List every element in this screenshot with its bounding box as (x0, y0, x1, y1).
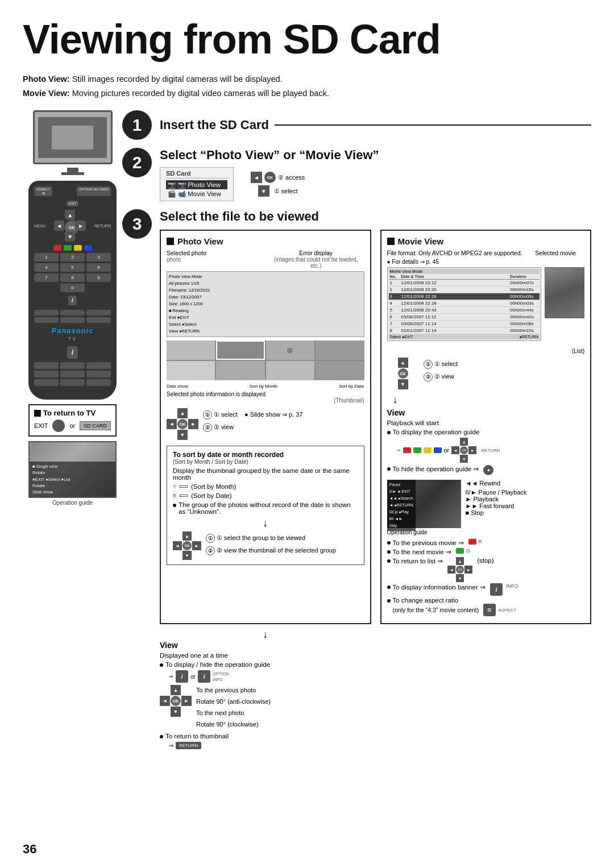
thumbnail-grid: ⊗ (167, 340, 364, 380)
movie-row-8[interactable]: 802/01/2007 11:1400h00m15s (389, 327, 540, 334)
thumb-3-error[interactable]: ⊗ (266, 340, 314, 360)
extra-num-9[interactable] (86, 379, 111, 386)
extra-num-3[interactable] (86, 362, 111, 369)
ok-small-button[interactable]: OK (264, 172, 276, 183)
thumb-2-selected[interactable] (216, 340, 264, 360)
sort-ok[interactable]: OK (182, 541, 192, 550)
num-1[interactable]: 1 (34, 253, 59, 261)
extra-num-6[interactable] (86, 371, 111, 377)
movie-view-menu-item[interactable]: 🎬 📹 Movie View (166, 189, 227, 198)
aspect-button[interactable]: ASPECT⊞ (34, 186, 52, 196)
exit-button[interactable]: EXIT (67, 201, 78, 206)
movie-row-6[interactable]: 603/08/2007 11:1100h00m42s (389, 314, 540, 321)
step2-title-area: Select “Photo View” or “Movie View” (160, 148, 591, 163)
return-button[interactable]: RETURN (176, 742, 201, 749)
info-icon[interactable]: i (490, 583, 503, 596)
num-4[interactable]: 4 (34, 263, 59, 272)
yellow-button[interactable] (74, 245, 82, 251)
num-8[interactable]: 8 (60, 273, 85, 282)
extra-btn-6[interactable] (86, 317, 111, 323)
extra-num-4[interactable] (34, 371, 59, 377)
red-button[interactable] (53, 245, 61, 251)
extra-num-2[interactable] (60, 362, 85, 369)
thumb-7[interactable] (266, 361, 314, 380)
extra-num-1[interactable] (34, 362, 59, 369)
movie-row-5[interactable]: 512/01/2008 22:4300h00m44s (389, 307, 540, 314)
info-btn-large[interactable]: i (67, 346, 78, 359)
dpad-up-button[interactable]: ▲ (65, 210, 75, 220)
thumb-5[interactable] (167, 361, 215, 380)
dpad-left-small[interactable]: ◄ (251, 172, 262, 183)
photo-single-desc: Displayed one at a time (160, 652, 371, 659)
hide-guide-btn[interactable]: ● (483, 465, 493, 475)
thumb-6[interactable] (216, 361, 264, 380)
thumb-8[interactable] (316, 361, 364, 380)
movie-row-1[interactable]: 112/01/2008 22:1200h00m07s (389, 280, 540, 286)
sort-dpad-left[interactable]: ◄ (173, 541, 182, 550)
dpad-down-button[interactable]: ▼ (65, 231, 75, 242)
extra-num-8[interactable] (60, 379, 85, 386)
sort-dpad-right[interactable]: ► (192, 541, 201, 550)
dpad-left-button[interactable]: ◄ (54, 221, 64, 231)
photo-dpad-up[interactable]: ▲ (177, 408, 188, 418)
photo-dpad-right[interactable]: ► (188, 419, 198, 429)
option-btn-single[interactable]: i (198, 670, 210, 683)
extra-btn-2[interactable] (60, 310, 85, 315)
num-5[interactable]: 5 (60, 263, 85, 272)
single-dpad-up[interactable]: ▲ (171, 685, 181, 695)
extra-btn-1[interactable] (34, 310, 59, 315)
info-labels: OPTION INFO (213, 671, 229, 682)
sort-dpad-down[interactable]: ▼ (182, 551, 192, 560)
exit-label: EXIT (34, 422, 48, 429)
stop-row: ■ Stop (466, 509, 527, 516)
num-7[interactable]: 7 (34, 273, 59, 282)
num-6[interactable]: 6 (86, 263, 111, 272)
guide-red-btn (403, 447, 411, 453)
thumb-4[interactable] (316, 340, 364, 360)
single-dpad-left[interactable]: ◄ (160, 696, 170, 706)
extra-btn-4[interactable] (34, 317, 59, 323)
info-btn-single[interactable]: i (176, 670, 188, 683)
thumb-1[interactable] (167, 340, 215, 360)
extra-num-5[interactable] (60, 371, 85, 377)
movie-row-3-selected[interactable]: 312/01/2008 22:2600h00m08s (389, 293, 540, 300)
single-ok[interactable]: OK (171, 696, 181, 706)
photo-dpad-left[interactable]: ◄ (167, 419, 177, 429)
single-dpad-down[interactable]: ▼ (171, 707, 181, 717)
option-button[interactable]: OPTION SD CARD (77, 186, 111, 196)
extra-btn-5[interactable] (60, 317, 85, 323)
single-dpad-right[interactable]: ► (181, 696, 192, 706)
sort-dpad-up[interactable]: ▲ (182, 531, 192, 541)
photo-view-menu-item[interactable]: 📷 📷 Photo View (166, 180, 227, 189)
extra-num-7[interactable] (34, 379, 59, 386)
num-2[interactable]: 2 (60, 253, 85, 261)
movie-row-7[interactable]: 703/08/2007 11:1400h00m08s (389, 321, 540, 327)
num-0[interactable]: 0 (60, 284, 85, 292)
info-button[interactable]: i (68, 296, 77, 305)
blue-button[interactable] (84, 245, 92, 251)
page-number: 36 (23, 842, 36, 857)
num-9[interactable]: 9 (86, 273, 111, 282)
dpad-right-button[interactable]: ► (76, 221, 86, 231)
dpad-down-small[interactable]: ▼ (258, 185, 269, 197)
step1-title: Insert the SD Card (160, 118, 269, 132)
num-3[interactable]: 3 (86, 253, 111, 261)
green-button[interactable] (64, 245, 72, 251)
sd-card-label[interactable]: SD CARD (80, 421, 111, 430)
movie-dpad-down[interactable]: ▼ (398, 379, 408, 389)
movie-dpad-up[interactable]: ▲ (398, 358, 408, 368)
exit-circle-button[interactable] (52, 420, 65, 432)
movie-row-2[interactable]: 212/01/2008 22:2000h00m15s (389, 286, 540, 293)
aspect-icon[interactable]: ⊞ (483, 604, 496, 616)
movie-row-4[interactable]: 412/01/2008 22:2800h00m03s (389, 300, 540, 307)
movie-ok[interactable]: OK (398, 368, 408, 379)
guide-up: ▲ (460, 438, 468, 446)
photo-ok[interactable]: OK (177, 419, 188, 429)
extra-btn-3[interactable] (86, 310, 111, 315)
movie-view-label: Movie View (398, 236, 444, 246)
photo-dpad-down[interactable]: ▼ (177, 430, 188, 440)
movie-view-intro-label: Movie View: (23, 89, 70, 98)
movie-list-header: No. Date & Time Duration (389, 274, 540, 280)
remote-control: ASPECT⊞ OPTION SD CARD EXIT MENU ▲ (28, 181, 117, 400)
for-details: ● For details ⇒ p. 45 (387, 259, 585, 265)
